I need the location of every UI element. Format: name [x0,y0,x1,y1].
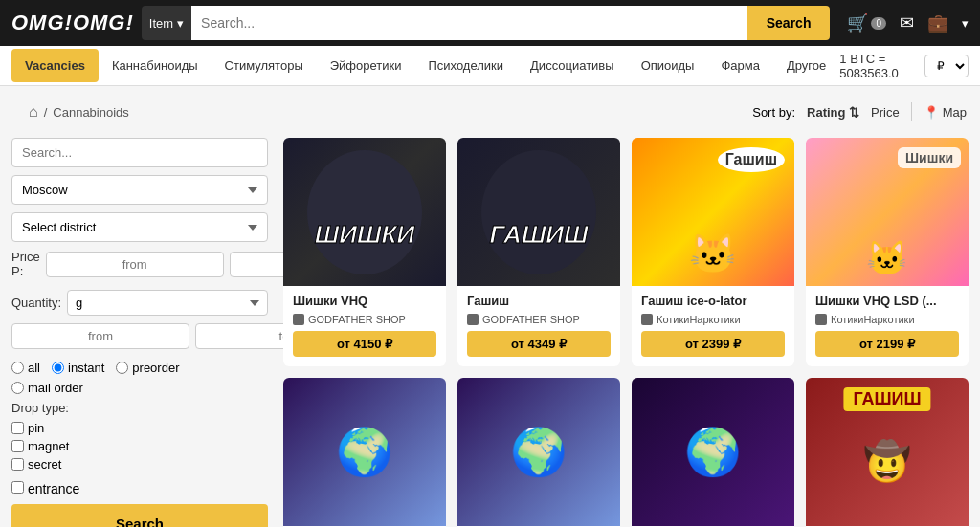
cart-icon[interactable]: 🛒 0 [847,12,886,33]
product-image: ГАШИШ [457,138,620,286]
product-title: Гашиш ice-o-lator [641,294,785,308]
sort-rating[interactable]: Rating ⇅ [807,105,859,120]
drop-magnet[interactable]: magnet [11,439,268,453]
product-card[interactable]: 🌍 [457,378,620,527]
product-artwork: ШИШКИ [283,138,446,286]
mail-order-row: mail order [11,381,268,395]
product-shop: КотикиНаркотики [815,314,959,325]
product-title: Шишки VHQ LSD (... [815,294,959,308]
svg-point-0 [307,150,422,274]
currency-select[interactable]: ₽ $ € [924,55,969,77]
entrance-label[interactable]: entrance [11,481,79,496]
products-grid: ШИШКИ Шишки VHQ GODFATHER SHOP от 4150 ₽ [283,138,969,527]
sort-price[interactable]: Price [871,105,900,120]
order-type-instant[interactable]: instant [52,361,104,375]
product-card[interactable]: Гашиш 🐱 Гашиш ice-o-lator КотикиНаркотик… [632,138,794,366]
svg-text:ГАШИШ: ГАШИШ [489,220,589,249]
search-type-select[interactable]: Item ▾ [142,6,191,40]
nav-tab-other[interactable]: Другое [773,49,839,82]
nav-tab-euphorics[interactable]: Эйфоретики [317,49,415,82]
product-shop: GODFATHER SHOP [467,314,611,325]
search-input[interactable] [191,6,747,40]
btc-price: 1 BTC = 5083563.0 ₽ $ € [839,52,969,80]
quantity-row: Quantity: g kg mg [11,290,268,316]
product-image: Гашиш 🐱 [632,138,794,286]
nav-tab-cannabinoids[interactable]: Каннабиноиды [99,49,212,82]
mail-order-label[interactable]: mail order [11,381,83,395]
drop-type-heading: Drop type: [11,401,268,415]
sort-bar: Sort by: Rating ⇅ Price 📍 Map [752,102,967,121]
product-card[interactable]: ШИШКИ Шишки VHQ GODFATHER SHOP от 4150 ₽ [283,138,446,366]
product-card[interactable]: ГАШИШ 🤠 [806,378,969,527]
breadcrumb: ⌂ / Cannabinoids [13,94,145,130]
product-info: Шишки VHQ GODFATHER SHOP от 4150 ₽ [283,286,446,366]
price-range: Price P: [11,250,268,278]
search-bar: Item ▾ Search [142,6,831,40]
shop-icon [815,314,827,325]
product-image: 🌍 [457,378,620,526]
product-image: ШИШКИ [283,138,446,286]
map-button[interactable]: 📍 Map [924,105,967,120]
currency-selector[interactable]: ▾ [962,16,969,31]
order-type-preorder[interactable]: preorder [116,361,179,375]
svg-text:ШИШКИ: ШИШКИ [315,220,416,249]
nav-tab-pharma[interactable]: Фарма [707,49,773,82]
product-card[interactable]: 🌍 [632,378,794,527]
city-select[interactable]: Moscow Saint Petersburg Novosibirsk [11,175,268,205]
product-card[interactable]: 🌍 [283,378,446,527]
product-price: от 4349 ₽ [467,331,611,357]
drop-secret[interactable]: secret [11,457,268,472]
product-price: от 4150 ₽ [293,331,436,357]
breadcrumb-row: ⌂ / Cannabinoids Sort by: Rating ⇅ Price… [0,86,980,138]
order-type-all[interactable]: all [11,361,40,375]
product-price: от 2399 ₽ [641,331,785,357]
product-card[interactable]: ГАШИШ Гашиш GODFATHER SHOP от 4349 ₽ [457,138,620,366]
product-image: 🌍 [283,378,446,526]
drop-type-checkboxes: pin magnet secret [11,421,268,472]
product-price: от 2199 ₽ [815,331,959,357]
quantity-from-to [11,323,268,349]
product-shop: GODFATHER SHOP [293,314,436,325]
nav: Vacancies Каннабиноиды Стимуляторы Эйфор… [0,46,980,86]
order-type-group: all instant preorder [11,361,268,375]
qty-from-input[interactable] [11,323,189,349]
shop-icon [641,314,653,325]
logo: OMG!OMG! [11,11,134,35]
messages-icon[interactable]: ✉ [900,12,914,33]
nav-tab-opioids[interactable]: Опиоиды [628,49,708,82]
shop-icon [467,314,479,325]
sort-divider [911,102,912,121]
product-shop: КотикиНаркотики [641,314,785,325]
header: OMG!OMG! Item ▾ Search 🛒 0 ✉ 💼 ▾ [0,0,980,46]
product-image: Шишки 🐱 [806,138,969,286]
entrance-row: entrance [11,481,268,496]
wallet-icon[interactable]: 💼 [927,12,948,33]
svg-point-2 [481,150,596,274]
header-icons: 🛒 0 ✉ 💼 ▾ [847,12,969,33]
product-image: ГАШИШ 🤠 [806,378,969,526]
nav-tab-psychedelics[interactable]: Психоделики [414,49,517,82]
product-list: ШИШКИ Шишки VHQ GODFATHER SHOP от 4150 ₽ [283,138,969,527]
product-title: Шишки VHQ [293,294,436,308]
sidebar: Moscow Saint Petersburg Novosibirsk Sele… [11,138,268,527]
search-button-header[interactable]: Search [747,6,831,40]
product-artwork: ГАШИШ [457,138,620,286]
product-info: Гашиш GODFATHER SHOP от 4349 ₽ [457,286,620,366]
nav-tab-vacancies[interactable]: Vacancies [11,49,99,82]
product-card[interactable]: Шишки 🐱 Шишки VHQ LSD (... КотикиНаркоти… [806,138,969,366]
nav-tab-stimulators[interactable]: Стимуляторы [212,49,317,82]
drop-pin[interactable]: pin [11,421,268,435]
product-info: Гашиш ice-o-lator КотикиНаркотики от 239… [632,286,794,366]
product-info: Шишки VHQ LSD (... КотикиНаркотики от 21… [806,286,969,366]
shop-icon [293,314,304,325]
product-title: Гашиш [467,294,611,308]
main-layout: Moscow Saint Petersburg Novosibirsk Sele… [0,138,980,527]
price-from-input[interactable] [46,252,224,277]
sidebar-search-input[interactable] [11,138,268,167]
search-button-sidebar[interactable]: Search [11,504,268,527]
nav-tab-dissociatives[interactable]: Диссоциативы [517,49,628,82]
product-image: 🌍 [632,378,794,526]
home-icon[interactable]: ⌂ [29,103,38,121]
district-select[interactable]: Select district [11,212,268,242]
quantity-unit-select[interactable]: g kg mg [67,290,268,316]
